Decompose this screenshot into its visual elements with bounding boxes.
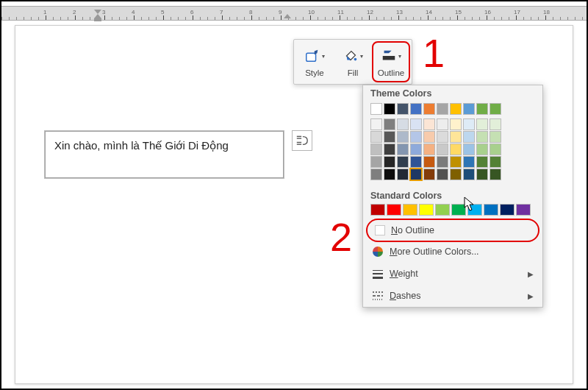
theme-color-swatch[interactable] — [476, 156, 488, 168]
style-icon: ▾ — [304, 46, 325, 65]
theme-colors-grid — [363, 100, 542, 185]
standard-colors-row — [363, 202, 542, 220]
annotation-1: 1 — [423, 30, 445, 76]
theme-color-swatch[interactable] — [463, 131, 475, 143]
layout-options-button[interactable] — [292, 130, 312, 151]
theme-color-swatch[interactable] — [463, 143, 475, 155]
theme-color-swatch[interactable] — [450, 143, 462, 155]
standard-color-swatch[interactable] — [387, 204, 401, 216]
theme-color-swatch[interactable] — [437, 131, 448, 143]
theme-color-swatch[interactable] — [397, 156, 409, 168]
theme-color-swatch[interactable] — [423, 103, 435, 115]
theme-color-swatch[interactable] — [410, 143, 422, 155]
more-outline-colors-item[interactable]: More Outline Colors... — [363, 241, 542, 263]
theme-color-swatch[interactable] — [490, 103, 501, 115]
shape-mini-toolbar: ▾ Style ▾ Fill ▾ Outline — [293, 39, 412, 85]
style-button-label: Style — [305, 68, 324, 77]
theme-color-swatch[interactable] — [450, 118, 462, 130]
fill-button-label: Fill — [348, 68, 359, 77]
theme-color-swatch[interactable] — [384, 131, 395, 143]
theme-color-swatch[interactable] — [397, 143, 409, 155]
theme-color-swatch[interactable] — [397, 169, 409, 180]
theme-color-swatch[interactable] — [450, 131, 462, 143]
theme-color-swatch[interactable] — [423, 131, 435, 143]
theme-color-swatch[interactable] — [437, 143, 448, 155]
theme-color-swatch[interactable] — [476, 131, 488, 143]
theme-color-swatch[interactable] — [370, 131, 382, 143]
standard-color-swatch[interactable] — [451, 204, 466, 216]
theme-color-swatch[interactable] — [437, 156, 448, 168]
svg-rect-6 — [297, 144, 301, 145]
standard-color-swatch[interactable] — [467, 204, 482, 216]
dashes-item[interactable]: Dashes ▶ — [363, 285, 542, 307]
theme-color-swatch[interactable] — [423, 169, 435, 180]
theme-color-swatch[interactable] — [397, 118, 409, 130]
standard-color-swatch[interactable] — [403, 204, 417, 216]
theme-color-swatch[interactable] — [437, 118, 448, 130]
standard-color-swatch[interactable] — [516, 204, 531, 216]
standard-color-swatch[interactable] — [419, 204, 434, 216]
theme-color-swatch[interactable] — [490, 118, 501, 130]
theme-color-swatch[interactable] — [410, 156, 422, 168]
theme-color-swatch[interactable] — [384, 143, 395, 155]
weight-item[interactable]: Weight ▶ — [363, 263, 542, 285]
theme-color-swatch[interactable] — [384, 103, 395, 115]
theme-color-swatch[interactable] — [463, 103, 475, 115]
theme-color-swatch[interactable] — [397, 131, 409, 143]
standard-color-swatch[interactable] — [500, 204, 514, 216]
right-indent[interactable] — [284, 14, 291, 18]
theme-color-swatch[interactable] — [450, 156, 462, 168]
theme-color-swatch[interactable] — [476, 169, 488, 180]
theme-color-swatch[interactable] — [463, 118, 475, 130]
theme-color-swatch[interactable] — [410, 169, 422, 180]
submenu-arrow-icon: ▶ — [528, 292, 534, 300]
left-indent[interactable] — [94, 18, 101, 21]
fill-button[interactable]: ▾ Fill — [334, 41, 372, 82]
more-outline-colors-label: More Outline Colors... — [390, 247, 479, 257]
outline-button[interactable]: ▾ Outline — [372, 41, 410, 82]
theme-color-swatch[interactable] — [384, 156, 395, 168]
theme-color-swatch[interactable] — [437, 169, 448, 180]
theme-color-swatch[interactable] — [476, 143, 488, 155]
text-box[interactable]: Xin chào, mình là Thế Giới Di Động — [45, 131, 284, 178]
theme-color-swatch[interactable] — [410, 118, 422, 130]
standard-color-swatch[interactable] — [435, 204, 450, 216]
theme-color-swatch[interactable] — [410, 103, 422, 115]
theme-color-swatch[interactable] — [476, 118, 488, 130]
theme-colors-label: Theme Colors — [363, 85, 542, 100]
standard-color-swatch[interactable] — [484, 204, 498, 216]
submenu-arrow-icon: ▶ — [528, 270, 534, 278]
theme-color-swatch[interactable] — [490, 169, 501, 180]
annotation-2: 2 — [330, 214, 352, 260]
theme-color-swatch[interactable] — [370, 143, 382, 155]
theme-color-swatch[interactable] — [450, 103, 462, 115]
style-button[interactable]: ▾ Style — [295, 41, 334, 82]
theme-color-swatch[interactable] — [384, 169, 395, 180]
theme-color-swatch[interactable] — [490, 143, 501, 155]
theme-color-swatch[interactable] — [423, 143, 435, 155]
theme-color-swatch[interactable] — [370, 156, 382, 168]
dashes-icon — [372, 290, 384, 302]
svg-rect-4 — [297, 138, 301, 138]
standard-color-swatch[interactable] — [370, 204, 385, 216]
no-outline-label: No Outline — [391, 225, 434, 235]
theme-color-swatch[interactable] — [450, 169, 462, 180]
no-outline-item[interactable]: No Outline — [368, 220, 538, 241]
theme-color-swatch[interactable] — [490, 156, 501, 168]
theme-color-swatch[interactable] — [423, 156, 435, 168]
theme-color-swatch[interactable] — [490, 131, 501, 143]
theme-color-swatch[interactable] — [370, 169, 382, 180]
dashes-label: Dashes — [390, 291, 420, 301]
color-wheel-icon — [372, 246, 384, 258]
theme-color-swatch[interactable] — [397, 103, 409, 115]
theme-color-swatch[interactable] — [370, 103, 382, 115]
theme-color-swatch[interactable] — [384, 118, 395, 130]
svg-rect-9 — [373, 273, 383, 274]
theme-color-swatch[interactable] — [437, 103, 448, 115]
theme-color-swatch[interactable] — [463, 169, 475, 180]
theme-color-swatch[interactable] — [476, 103, 488, 115]
theme-color-swatch[interactable] — [410, 131, 422, 143]
theme-color-swatch[interactable] — [370, 118, 382, 130]
theme-color-swatch[interactable] — [463, 156, 475, 168]
theme-color-swatch[interactable] — [423, 118, 435, 130]
